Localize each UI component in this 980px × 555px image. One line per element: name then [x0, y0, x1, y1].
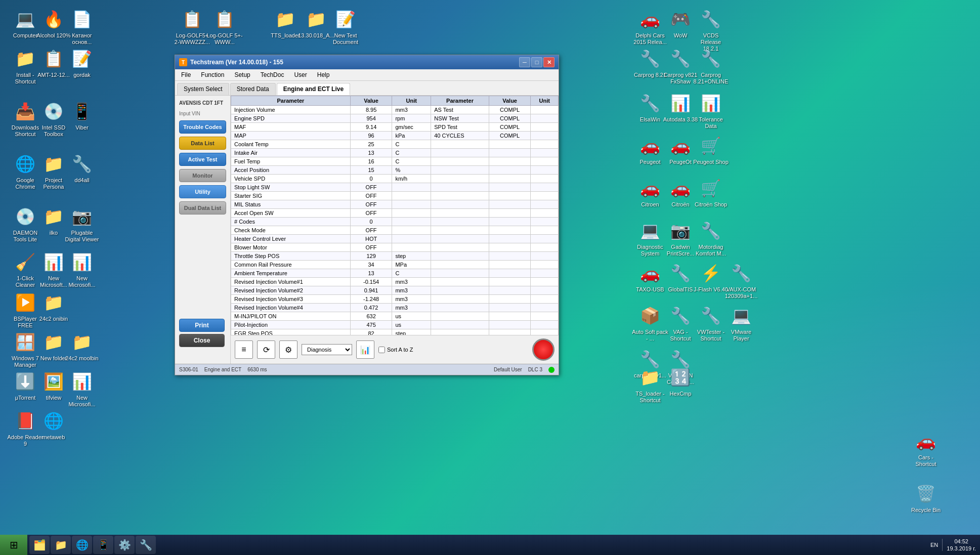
cell-unit1: [392, 200, 431, 209]
cell-value2: [489, 269, 531, 278]
icon-btn-4[interactable]: 📊: [356, 340, 374, 359]
desktop-icon-acrobat[interactable]: 📄 Катаног основ...: [62, 5, 102, 48]
desktop-icon-citroen3[interactable]: 🛒 Citroën Shop: [691, 174, 731, 210]
cell-unit2: [531, 106, 559, 114]
desktop-icon-recycle-bin[interactable]: 🗑️ Recycle Bin: [906, 480, 946, 516]
desktop-icon-cars-shortcut[interactable]: 🚗 Cars - Shortcut: [906, 427, 946, 469]
taskbar-app-chrome[interactable]: 🌐: [72, 536, 92, 554]
start-button[interactable]: ⊞: [0, 535, 27, 555]
cell-unit2: [531, 149, 559, 157]
menu-user[interactable]: User: [290, 70, 311, 79]
minimize-button[interactable]: ─: [519, 57, 530, 67]
desktop-icon-hexcmp[interactable]: 🔢 HexCmp: [660, 363, 701, 399]
table-row: Accel Open SW OFF: [231, 209, 559, 218]
utility-button[interactable]: Utility: [179, 185, 226, 198]
icon-image-cars-shortcut: 🚗: [914, 429, 938, 453]
menu-setup[interactable]: Setup: [230, 70, 254, 79]
desktop-icon-viber[interactable]: 📱 Viber: [62, 97, 102, 133]
desktop-icon-new-ms3[interactable]: 📊 New Microsofi...: [62, 367, 102, 410]
icon-btn-3[interactable]: ⚙: [279, 340, 297, 359]
desktop-icon-carprog-online[interactable]: 🔧 Carprog 8.21+ONLINE: [691, 45, 731, 87]
close-dialog-button[interactable]: Close: [179, 334, 225, 347]
col-header-unit1: Unit: [392, 96, 431, 106]
desktop-icon-vaux[interactable]: 🔧 VAUX-COM 120309a+1...: [721, 259, 761, 302]
desktop-icon-gordak[interactable]: 📝 gordak: [62, 45, 102, 80]
table-row: Ambient Temperature 13 C: [231, 269, 559, 278]
cell-unit2: [531, 183, 559, 192]
icon-label-tolerance: Tolerance Data: [693, 116, 729, 130]
maximize-button[interactable]: □: [531, 57, 542, 67]
cell-value2: [489, 235, 531, 243]
cell-unit2: [531, 278, 559, 286]
window-titlebar: T Techstream (Ver 14.00.018) - 155 ─ □ ✕: [175, 55, 559, 69]
cell-param1: Intake Air: [231, 149, 351, 157]
icon-image-13.30.018a: 📁: [304, 7, 328, 31]
close-window-button[interactable]: ✕: [543, 57, 555, 67]
desktop-icon-motordiag[interactable]: 🔧 Motordiag Komfort M...: [691, 217, 731, 259]
desktop-icon-new-ms2[interactable]: 📊 New Microsofi...: [62, 248, 102, 290]
desktop-icon-24c2[interactable]: 📁 24c2 onibin: [33, 288, 74, 324]
desktop-icon-dd4all[interactable]: 🔧 dd4all: [62, 150, 102, 186]
taskbar-app-app1[interactable]: ⚙️: [114, 536, 135, 554]
cell-value2: [489, 149, 531, 157]
cell-unit1: [392, 243, 431, 252]
desktop-icon-plugable[interactable]: 📷 Plugable Digital Viewer: [62, 202, 102, 245]
active-test-button[interactable]: Active Test: [179, 153, 226, 166]
menu-help[interactable]: Help: [313, 70, 334, 79]
tab-engine-ect[interactable]: Engine and ECT Live: [277, 83, 350, 95]
menu-techdoc[interactable]: TechDoc: [257, 70, 288, 79]
icon-btn-1[interactable]: ≡: [235, 340, 253, 359]
taskbar-apps: 🗂️ 📁 🌐 📱 ⚙️ 🔧: [27, 536, 158, 554]
cell-value2: [489, 312, 531, 321]
vehicle-info: AVENSIS CDT 1FT: [179, 100, 226, 107]
record-button[interactable]: [532, 338, 555, 361]
col-header-param1: Parameter: [231, 96, 351, 106]
desktop-icon-24c2-2[interactable]: 📁 24c2 moolbin: [62, 328, 102, 364]
cell-param1: Injection Volume: [231, 106, 351, 114]
cell-param2: [431, 261, 489, 269]
icon-image-vag-shortcut: 🔧: [668, 304, 693, 328]
menu-file[interactable]: File: [177, 70, 195, 79]
desktop-icon-metaweb[interactable]: 🌐 metaweb: [33, 407, 74, 443]
cell-unit2: [531, 192, 559, 200]
cell-value1: HOT: [350, 235, 392, 243]
taskbar-app-app2[interactable]: 🔧: [136, 536, 156, 554]
cell-unit1: mm3: [392, 295, 431, 304]
icon-image-carprog-online: 🔧: [699, 47, 723, 71]
icon-btn-2[interactable]: ⟳: [257, 340, 275, 359]
cell-value2: [489, 140, 531, 149]
data-list-button[interactable]: Data List: [179, 137, 226, 150]
cell-value1: 475: [350, 321, 392, 329]
sort-checkbox[interactable]: [378, 347, 385, 353]
diagnosis-dropdown[interactable]: Diagnosis: [302, 344, 352, 355]
table-row: Starter SIG OFF: [231, 192, 559, 200]
cell-unit1: C: [392, 157, 431, 166]
tab-system-select[interactable]: System Select: [177, 83, 229, 95]
cell-unit1: C: [392, 269, 431, 278]
monitor-button[interactable]: Monitor: [179, 169, 226, 182]
sort-label[interactable]: Sort A to Z: [378, 347, 413, 353]
desktop-icon-new-text-doc[interactable]: 📝 New Text Document: [325, 5, 366, 48]
trouble-codes-button[interactable]: Trouble Codes: [179, 120, 226, 134]
taskbar-app-viber[interactable]: 📱: [93, 536, 113, 554]
cell-unit1: rpm: [392, 114, 431, 123]
data-table-container[interactable]: Parameter Value Unit Parameter Value Uni…: [231, 96, 559, 335]
taskbar-app-explorer[interactable]: 🗂️: [29, 536, 50, 554]
desktop-icon-tolerance[interactable]: 📊 Tolerance Data: [691, 89, 731, 132]
table-row: EGR Step POS 82 step: [231, 329, 559, 335]
cell-value1: 0: [350, 175, 392, 183]
menu-function[interactable]: Function: [197, 70, 228, 79]
desktop-icon-vmware[interactable]: 💻 VMware Player: [721, 302, 761, 344]
table-row: MIL Status OFF: [231, 200, 559, 209]
desktop-icon-log-golf[interactable]: 📋 Log-GOLF 5+-WWW...: [204, 5, 245, 48]
print-button[interactable]: Print: [179, 319, 225, 332]
tab-stored-data[interactable]: Stored Data: [230, 83, 276, 95]
desktop-icon-peugeot-shop[interactable]: 🛒 Peugeot Shop: [691, 132, 731, 167]
cell-value1: OFF: [350, 200, 392, 209]
table-row: Check Mode OFF: [231, 226, 559, 235]
icon-image-new-ms2: 📊: [70, 250, 94, 274]
taskbar-app-folder[interactable]: 📁: [51, 536, 71, 554]
status-bar: S306-01 Engine and ECT 6630 ms Default U…: [175, 364, 559, 375]
dual-data-list-button[interactable]: Dual Data List: [179, 201, 226, 215]
cell-value2: [489, 183, 531, 192]
